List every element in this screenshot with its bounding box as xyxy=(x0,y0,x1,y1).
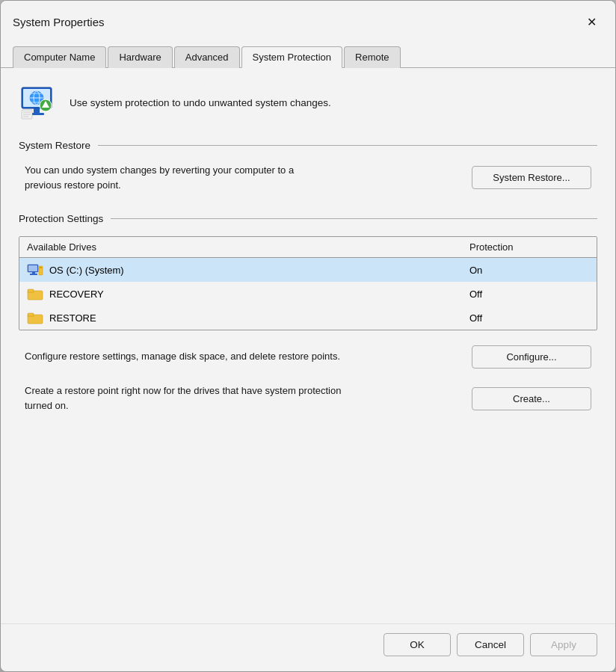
system-icon xyxy=(19,83,58,122)
close-button[interactable]: ✕ xyxy=(579,10,603,34)
system-restore-title: System Restore xyxy=(19,140,90,151)
col-drives: Available Drives xyxy=(27,241,469,253)
drives-table: Available Drives Protection xyxy=(19,236,597,330)
protection-settings-section: Protection Settings Available Drives Pro… xyxy=(19,213,597,413)
drive-name: RECOVERY xyxy=(27,287,469,300)
svg-rect-18 xyxy=(30,274,37,275)
drive-name: RESTORE xyxy=(27,311,469,324)
col-protection: Protection xyxy=(469,241,589,253)
system-restore-section: System Restore You can undo system chang… xyxy=(19,140,597,192)
cancel-button[interactable]: Cancel xyxy=(457,633,524,656)
configure-button[interactable]: Configure... xyxy=(472,345,591,369)
svg-rect-20 xyxy=(40,267,42,268)
ok-button[interactable]: OK xyxy=(384,633,451,656)
table-row[interactable]: RECOVERY Off xyxy=(19,282,597,306)
svg-rect-16 xyxy=(28,265,37,271)
dialog-footer: OK Cancel Apply xyxy=(1,623,615,671)
svg-rect-9 xyxy=(34,108,40,113)
protection-settings-title: Protection Settings xyxy=(19,213,103,224)
table-row[interactable]: RESTORE Off xyxy=(19,306,597,330)
system-drive-icon xyxy=(27,263,43,277)
apply-button[interactable]: Apply xyxy=(530,633,597,656)
create-description: Create a restore point right now for the… xyxy=(25,383,354,413)
protection-settings-line xyxy=(111,218,597,219)
create-row: Create a restore point right now for the… xyxy=(19,383,597,413)
drive-name: OS (C:) (System) xyxy=(27,263,469,277)
system-restore-header: System Restore xyxy=(19,140,597,151)
svg-rect-24 xyxy=(28,313,34,316)
create-button[interactable]: Create... xyxy=(472,387,591,410)
tab-computer-name[interactable]: Computer Name xyxy=(13,46,106,68)
drive-protection: Off xyxy=(469,289,589,300)
tab-hardware[interactable]: Hardware xyxy=(108,46,172,68)
protection-settings-header: Protection Settings xyxy=(19,213,597,224)
tab-advanced[interactable]: Advanced xyxy=(174,46,240,68)
system-restore-description: You can undo system changes by reverting… xyxy=(25,163,324,192)
system-restore-row: You can undo system changes by reverting… xyxy=(19,163,597,192)
tab-remote[interactable]: Remote xyxy=(344,46,401,68)
tabs-container: Computer Name Hardware Advanced System P… xyxy=(1,38,615,68)
info-text: Use system protection to undo unwanted s… xyxy=(70,97,331,108)
drives-table-header: Available Drives Protection xyxy=(19,237,597,258)
info-section: Use system protection to undo unwanted s… xyxy=(19,83,597,122)
tab-content: Use system protection to undo unwanted s… xyxy=(1,68,615,623)
folder-icon xyxy=(27,311,43,324)
tab-system-protection[interactable]: System Protection xyxy=(241,46,343,68)
table-row[interactable]: OS (C:) (System) On xyxy=(19,258,597,282)
system-restore-line xyxy=(98,145,597,146)
drive-protection: Off xyxy=(469,312,589,324)
svg-rect-22 xyxy=(28,289,34,292)
configure-description: Configure restore settings, manage disk … xyxy=(25,349,340,364)
title-bar: System Properties ✕ xyxy=(1,1,615,34)
svg-rect-17 xyxy=(32,272,35,274)
drive-protection: On xyxy=(469,265,589,276)
system-properties-dialog: System Properties ✕ Computer Name Hardwa… xyxy=(0,0,616,672)
folder-icon xyxy=(27,287,43,300)
dialog-title: System Properties xyxy=(13,16,105,28)
configure-row: Configure restore settings, manage disk … xyxy=(19,345,597,369)
system-restore-button[interactable]: System Restore... xyxy=(472,166,591,189)
